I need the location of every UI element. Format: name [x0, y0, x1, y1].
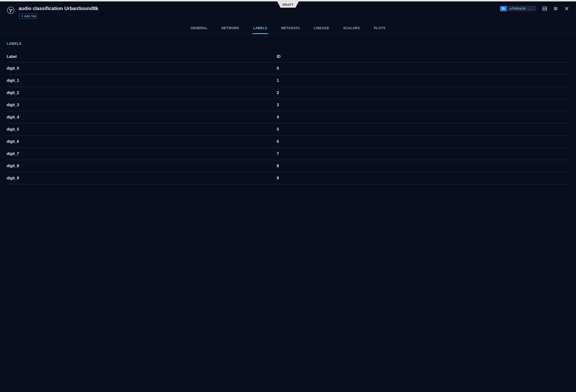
label-cell: digit_9 [7, 176, 277, 180]
table-row: digit_11 [7, 75, 569, 87]
tab-general[interactable]: GENERAL [190, 23, 208, 34]
tab-plots[interactable]: PLOTS [373, 23, 386, 34]
label-cell: digit_2 [7, 91, 277, 95]
tab-lineage[interactable]: LINEAGE [313, 23, 330, 34]
table-header-label: Label [7, 55, 277, 59]
table-row: digit_55 [7, 123, 569, 136]
tab-scalars[interactable]: SCALARS [342, 23, 361, 34]
label-cell: digit_7 [7, 152, 277, 156]
id-cell: 4 [277, 115, 569, 119]
tab-labels[interactable]: LABELS [252, 23, 268, 34]
label-cell: digit_0 [7, 66, 277, 71]
svg-line-4 [10, 9, 12, 10]
label-cell: digit_5 [7, 127, 277, 132]
close-icon[interactable] [564, 6, 569, 11]
label-cell: digit_3 [7, 103, 277, 107]
id-pill[interactable]: ID af6d0a2d ... [500, 6, 536, 11]
draft-status-tab: DRAFT [277, 1, 299, 8]
svg-line-6 [10, 9, 10, 12]
id-value: af6d0a2d ... [507, 6, 536, 11]
id-cell: 1 [277, 78, 569, 83]
id-cell: 7 [277, 152, 569, 156]
image-icon[interactable] [542, 6, 547, 11]
label-cell: digit_4 [7, 115, 277, 119]
svg-point-8 [545, 7, 546, 8]
id-cell: 0 [277, 66, 569, 71]
tab-bar: GENERALNETWORKLABELSMETADATALINEAGESCALA… [0, 23, 576, 34]
svg-line-5 [10, 10, 12, 12]
tab-network[interactable]: NETWORK [220, 23, 240, 34]
id-cell: 9 [277, 176, 569, 180]
table-row: digit_77 [7, 148, 569, 160]
menu-icon[interactable] [553, 6, 558, 11]
table-row: digit_00 [7, 62, 569, 75]
id-cell: 2 [277, 91, 569, 95]
table-header-row: Label ID [7, 51, 569, 62]
table-header-id: ID [277, 55, 569, 59]
section-heading-labels: LABELS [7, 41, 569, 45]
table-row: digit_44 [7, 111, 569, 123]
add-tag-label: ADD TAG [24, 15, 37, 18]
add-tag-button[interactable]: + ADD TAG [19, 14, 40, 19]
table-row: digit_99 [7, 172, 569, 184]
svg-point-0 [7, 7, 14, 14]
tab-metadata[interactable]: METADATA [280, 23, 301, 34]
labels-table: Label ID digit_00digit_11digit_22digit_3… [7, 51, 569, 184]
id-badge: ID [500, 6, 507, 11]
id-cell: 6 [277, 139, 569, 144]
table-row: digit_88 [7, 160, 569, 172]
id-cell: 3 [277, 103, 569, 107]
table-row: digit_22 [7, 87, 569, 99]
table-row: digit_33 [7, 99, 569, 111]
id-cell: 8 [277, 164, 569, 168]
label-cell: digit_8 [7, 164, 277, 168]
label-cell: digit_1 [7, 78, 277, 83]
id-cell: 5 [277, 127, 569, 132]
table-row: digit_66 [7, 136, 569, 148]
page-title: audio classification UrbanSound8k [19, 6, 98, 11]
model-icon [7, 6, 15, 14]
label-cell: digit_6 [7, 139, 277, 144]
